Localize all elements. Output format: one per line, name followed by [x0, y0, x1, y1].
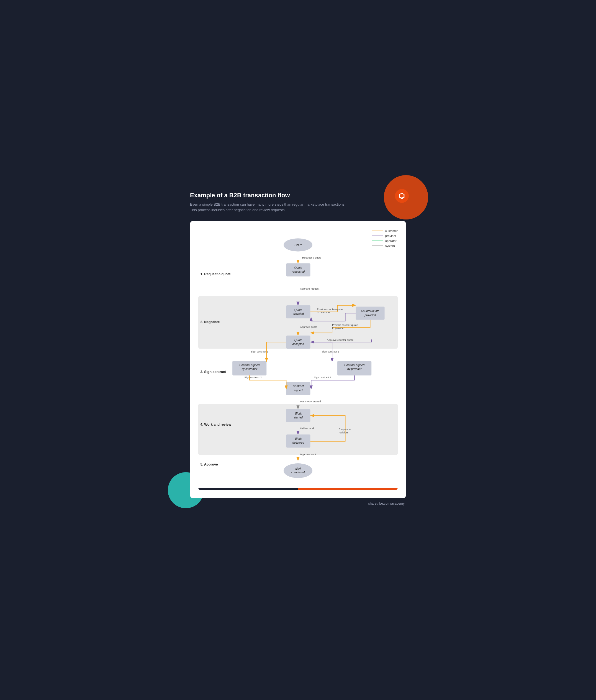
- work-completed-label2: completed: [291, 471, 305, 474]
- label-approve-work: Approve work: [300, 452, 316, 456]
- section-3-label: 3. Sign contract: [201, 370, 226, 374]
- quote-provided-node: [286, 305, 310, 318]
- footer-bar-left: [198, 488, 298, 490]
- logo: [395, 189, 409, 203]
- section-5-label: 5. Approve: [201, 462, 218, 467]
- quote-provided-label: Quote: [294, 308, 303, 311]
- legend-system: system: [372, 244, 398, 248]
- operator-line: [372, 241, 383, 241]
- label-deliver-work: Deliver work: [300, 427, 315, 430]
- footer-url: sharetribe.com/academy: [190, 502, 406, 505]
- quote-requested-label2: requested: [292, 271, 305, 274]
- provider-line: [372, 235, 383, 236]
- section-4-label: 4. Work and review: [201, 423, 232, 426]
- contract-customer-label: Contract signed: [239, 364, 260, 367]
- outer-card: Example of a B2B transaction flow Even a…: [179, 181, 417, 519]
- label-sign-contract2-cust: Sign contract 2: [244, 376, 262, 379]
- inner-card: customer provider operator system: [190, 221, 406, 498]
- work-completed-label: Work: [295, 467, 302, 470]
- contract-customer-label2: by customer: [241, 368, 257, 371]
- contract-signed-label: Contract: [293, 385, 304, 388]
- legend-system-label: system: [385, 244, 395, 248]
- quote-requested-label: Quote: [294, 266, 303, 269]
- legend-provider-label: provider: [385, 234, 396, 238]
- label-request-revision2: revision: [339, 431, 348, 434]
- footer-bar-right: [298, 488, 398, 490]
- work-delivered-label: Work: [295, 437, 302, 440]
- quote-requested-node: [286, 263, 310, 276]
- quote-accepted-label: Quote: [294, 339, 303, 342]
- work-delivered-label2: delivered: [292, 441, 304, 444]
- quote-accepted-label2: accepted: [292, 343, 304, 346]
- footer-bar: [198, 488, 398, 490]
- label-provide-cq-provider: Provide counter-quote: [332, 323, 358, 326]
- label-mark-work-started: Mark work started: [300, 400, 321, 403]
- contract-provider-label: Contract signed: [344, 364, 365, 367]
- label-request-quote: Request a quote: [302, 256, 321, 259]
- counter-quote-label2: provided: [364, 314, 376, 317]
- customer-line: [372, 230, 383, 231]
- section-1-label: 1. Request a quote: [201, 272, 231, 276]
- quote-provided-label2: provided: [292, 312, 304, 315]
- label-approve-request: Approve request: [300, 287, 319, 290]
- label-sign-contract1-prov: Sign contract 1: [321, 350, 339, 353]
- legend-operator-label: operator: [385, 239, 396, 243]
- legend-customer: customer: [372, 229, 398, 232]
- label-sign-contract2-prov: Sign contract 2: [314, 376, 331, 379]
- work-started-label2: started: [294, 416, 303, 419]
- label-provide-cq-provider2: to provider: [332, 326, 344, 329]
- legend-operator: operator: [372, 239, 398, 243]
- quote-accepted-node: [286, 335, 310, 349]
- label-approve-quote: Approve quote: [300, 326, 317, 329]
- contract-provider-label2: by provider: [347, 368, 362, 371]
- page-subtitle: Even a simple B2B transaction can have m…: [190, 202, 406, 212]
- legend-customer-label: customer: [385, 229, 398, 232]
- label-request-revision: Request a: [339, 428, 351, 431]
- contract-signed-label2: signed: [294, 389, 303, 392]
- section-2-label: 2. Negotiate: [201, 320, 220, 324]
- work-started-label: Work: [295, 412, 302, 415]
- counter-quote-node: [356, 307, 384, 320]
- label-approve-cq: Approve counter-quote: [327, 339, 354, 342]
- flow-diagram: 1. Request a quote 2. Negotiate 3. Sign …: [198, 229, 398, 486]
- logo-icon: [398, 192, 406, 200]
- counter-quote-label: Counter-quote: [361, 310, 380, 313]
- start-label: Start: [294, 243, 302, 247]
- page-title: Example of a B2B transaction flow: [190, 192, 406, 199]
- label-provide-cq-customer: Provide counter-quote: [317, 307, 343, 311]
- label-sign-contract1-cust: Sign contract 1: [251, 350, 268, 353]
- label-provide-cq-customer2: to customer: [317, 311, 330, 314]
- work-started-node: [286, 409, 310, 422]
- legend: customer provider operator system: [372, 229, 398, 248]
- legend-provider: provider: [372, 234, 398, 238]
- system-line: [372, 246, 383, 246]
